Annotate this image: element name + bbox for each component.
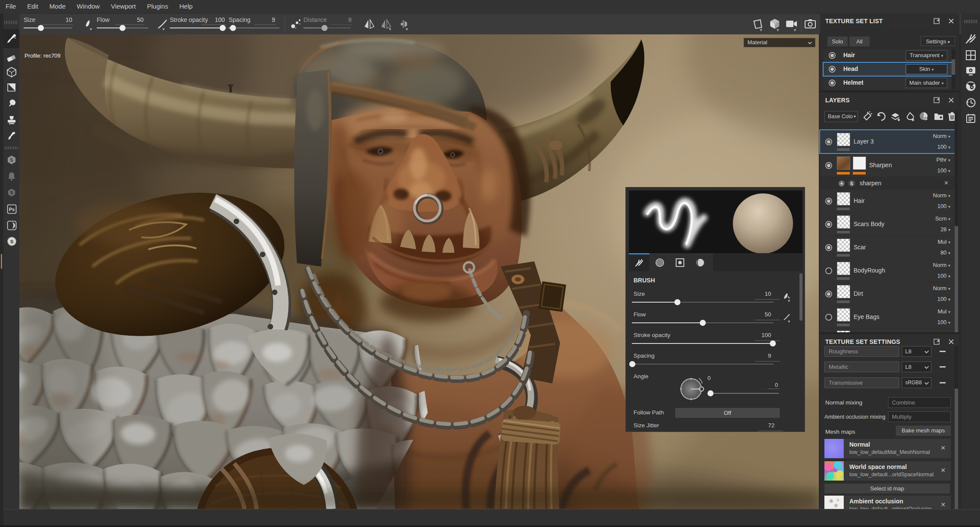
svg-text:S: S: [850, 181, 853, 186]
svg-text:S: S: [10, 239, 14, 244]
svg-text:Ps: Ps: [9, 207, 15, 212]
svg-text:S: S: [10, 157, 13, 162]
svg-text:S: S: [10, 190, 13, 195]
